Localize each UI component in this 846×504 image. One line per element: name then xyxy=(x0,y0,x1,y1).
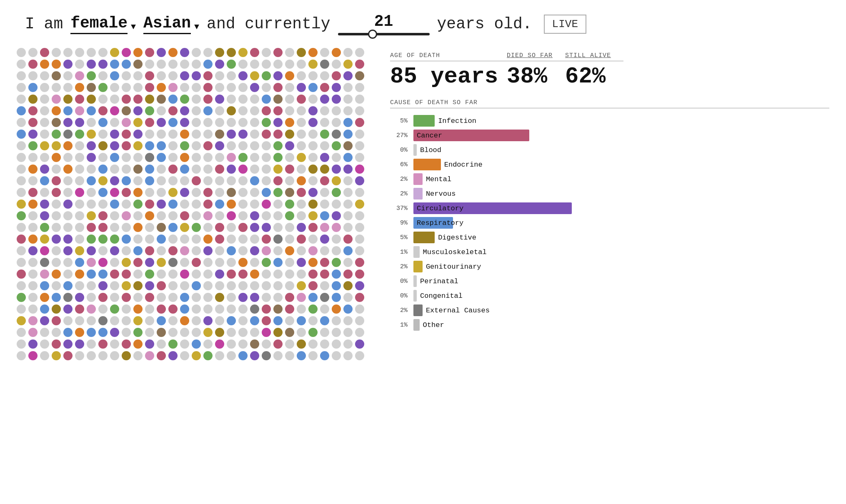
gender-dropdown[interactable]: female xyxy=(70,14,128,34)
ethnicity-arrow-icon[interactable]: ▼ xyxy=(194,22,199,32)
dot xyxy=(52,281,61,290)
dot xyxy=(168,95,178,104)
cause-percentage: 5% xyxy=(390,234,408,241)
dot xyxy=(157,83,166,92)
cause-bar xyxy=(413,188,423,200)
dot xyxy=(262,153,271,162)
dot xyxy=(320,176,329,185)
dot xyxy=(262,176,271,185)
dot xyxy=(87,281,96,290)
dot xyxy=(192,211,201,220)
dot xyxy=(297,176,306,185)
dot xyxy=(75,48,84,57)
dot xyxy=(63,351,73,360)
dot xyxy=(332,188,341,197)
dot xyxy=(320,60,329,69)
cause-label-inside: Circulatory xyxy=(417,205,463,212)
dot xyxy=(133,71,143,80)
dot xyxy=(355,304,364,314)
dot xyxy=(273,281,283,290)
dot xyxy=(133,118,143,127)
dot xyxy=(250,83,259,92)
age-slider-thumb[interactable] xyxy=(368,30,377,39)
dot xyxy=(40,223,49,232)
dot xyxy=(110,118,119,127)
dot xyxy=(238,188,248,197)
cause-label-outside: Musculoskeletal xyxy=(423,248,487,256)
dot xyxy=(98,165,108,174)
dot xyxy=(122,269,131,279)
dot xyxy=(40,141,49,150)
ethnicity-dropdown[interactable]: Asian xyxy=(143,14,191,34)
dot xyxy=(157,351,166,360)
dot xyxy=(250,106,259,115)
gender-dropdown-wrapper[interactable]: female ▼ xyxy=(70,14,136,34)
dot xyxy=(75,281,84,290)
dot xyxy=(75,258,84,267)
dot xyxy=(332,269,341,279)
dot xyxy=(227,269,236,279)
dot xyxy=(63,328,73,337)
dot xyxy=(110,235,119,244)
dot xyxy=(17,235,26,244)
dot xyxy=(75,83,84,92)
dot xyxy=(28,293,38,302)
dot xyxy=(98,95,108,104)
dot xyxy=(262,106,271,115)
cause-label-outside: Nervous xyxy=(426,190,456,198)
dot xyxy=(145,60,154,69)
dot xyxy=(343,235,353,244)
dot xyxy=(52,328,61,337)
dot xyxy=(98,211,108,220)
dot xyxy=(227,200,236,209)
dot xyxy=(227,71,236,80)
dot xyxy=(320,106,329,115)
cause-percentage: 2% xyxy=(390,263,408,270)
dot xyxy=(133,95,143,104)
dot xyxy=(63,165,73,174)
dot xyxy=(157,223,166,232)
ethnicity-dropdown-wrapper[interactable]: Asian ▼ xyxy=(143,14,199,34)
dot xyxy=(227,48,236,57)
dot xyxy=(320,141,329,150)
dot xyxy=(262,95,271,104)
dot xyxy=(262,211,271,220)
dot xyxy=(133,211,143,220)
age-slider-section[interactable]: 21 xyxy=(338,12,430,35)
dot xyxy=(297,71,306,80)
dot xyxy=(203,339,213,349)
dot xyxy=(203,269,213,279)
dot xyxy=(40,316,49,325)
gender-value[interactable]: female xyxy=(70,14,128,32)
dot xyxy=(262,235,271,244)
ethnicity-value[interactable]: Asian xyxy=(143,14,191,32)
dot xyxy=(320,304,329,314)
dot xyxy=(133,188,143,197)
dot xyxy=(297,269,306,279)
dot xyxy=(238,118,248,127)
dot xyxy=(308,223,318,232)
cause-percentage: 2% xyxy=(390,190,408,197)
age-slider-track[interactable] xyxy=(338,33,430,35)
live-button[interactable]: LIVE xyxy=(544,15,586,34)
dot xyxy=(17,106,26,115)
dot xyxy=(227,281,236,290)
dot xyxy=(320,235,329,244)
dot xyxy=(168,223,178,232)
dot xyxy=(203,223,213,232)
dot xyxy=(98,339,108,349)
header-prefix: I am xyxy=(25,15,63,33)
dot xyxy=(157,176,166,185)
dot xyxy=(355,316,364,325)
gender-arrow-icon[interactable]: ▼ xyxy=(131,22,136,32)
dot xyxy=(145,95,154,104)
dot xyxy=(145,269,154,279)
dot xyxy=(168,351,178,360)
dot xyxy=(273,246,283,255)
dot xyxy=(168,269,178,279)
dot xyxy=(297,118,306,127)
dot xyxy=(227,153,236,162)
dot xyxy=(98,48,108,57)
dot xyxy=(110,223,119,232)
dot xyxy=(133,235,143,244)
